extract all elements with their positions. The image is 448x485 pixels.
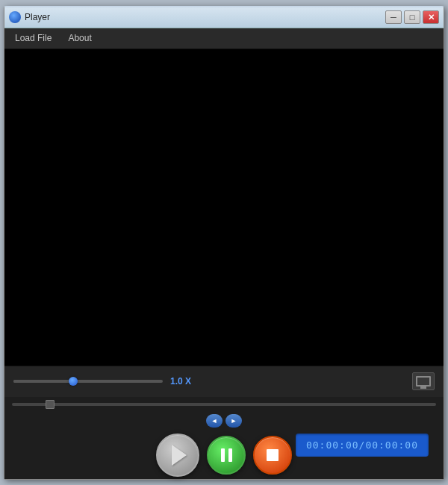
controls-center: ◄ ► xyxy=(156,414,292,477)
menu-item-load-file[interactable]: Load File xyxy=(10,31,56,46)
prev-button[interactable]: ◄ xyxy=(206,414,223,428)
window-title: Player xyxy=(25,12,50,22)
pause-bar-left xyxy=(221,448,225,462)
main-controls xyxy=(156,434,292,477)
close-button[interactable]: ✕ xyxy=(423,10,439,24)
player-window: Player ─ □ ✕ Load File About 1.0 X xyxy=(4,6,444,480)
video-area xyxy=(4,49,444,366)
next-button[interactable]: ► xyxy=(225,414,242,428)
title-bar-left: Player xyxy=(9,11,50,23)
speed-label: 1.0 X xyxy=(170,376,191,387)
screen-icon-shape xyxy=(416,376,431,387)
time-display: 00:00:00/00:00:00 xyxy=(296,434,429,457)
seek-bar-container xyxy=(4,397,444,412)
stop-button[interactable] xyxy=(253,436,292,475)
next-icon: ► xyxy=(231,417,237,425)
pause-icon xyxy=(221,448,232,462)
speed-slider-fill xyxy=(13,380,73,383)
seek-thumb[interactable] xyxy=(46,400,55,409)
minimize-button[interactable]: ─ xyxy=(385,10,402,24)
player-icon xyxy=(9,11,21,23)
speed-slider-thumb[interactable] xyxy=(69,377,78,386)
controls-bar: ◄ ► 00:00 xyxy=(4,412,444,479)
pause-bar-right xyxy=(228,448,232,462)
title-bar: Player ─ □ ✕ xyxy=(4,7,444,28)
pause-button[interactable] xyxy=(207,436,246,475)
speed-slider-track[interactable] xyxy=(13,380,163,383)
speed-bar: 1.0 X xyxy=(4,366,444,397)
maximize-button[interactable]: □ xyxy=(404,10,420,24)
stop-icon xyxy=(267,449,279,461)
fullscreen-button[interactable] xyxy=(412,372,435,390)
menu-bar: Load File About xyxy=(4,28,444,49)
play-button[interactable] xyxy=(156,434,199,477)
seek-track[interactable] xyxy=(12,403,436,406)
menu-item-about[interactable]: About xyxy=(63,31,96,46)
play-icon xyxy=(172,445,187,466)
window-controls: ─ □ ✕ xyxy=(385,10,439,24)
prev-icon: ◄ xyxy=(211,417,218,425)
nav-buttons: ◄ ► xyxy=(206,414,242,428)
